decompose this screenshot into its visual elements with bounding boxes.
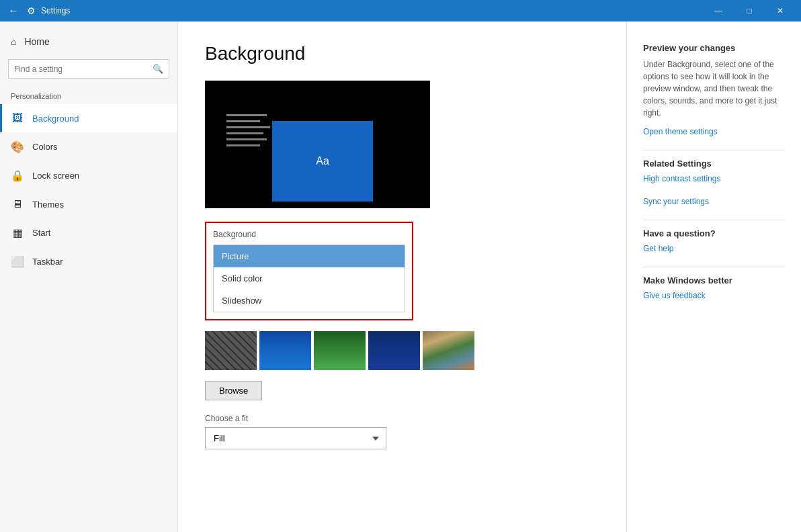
sync-settings-link[interactable]: Sync your settings [643, 197, 785, 206]
maximize-button[interactable]: □ [734, 0, 765, 21]
windows-better-title: Make Windows better [643, 275, 785, 285]
preview-inner-window: Aa [272, 121, 373, 202]
feedback-link[interactable]: Give us feedback [643, 291, 785, 300]
titlebar-title: Settings [41, 6, 698, 15]
preview-changes-text: Under Background, select one of the opti… [643, 58, 785, 119]
browse-button[interactable]: Browse [205, 381, 262, 400]
thumb-image-4 [368, 331, 420, 370]
preview-line-3 [226, 126, 270, 128]
sidebar-item-taskbar[interactable]: ⬜ Taskbar [0, 247, 177, 276]
fit-dropdown[interactable]: Fill Fit Stretch Tile Center Span [205, 427, 386, 449]
preview-line-2 [226, 120, 260, 122]
sidebar-item-label-lock-screen: Lock screen [32, 171, 79, 181]
colors-icon: 🎨 [11, 140, 24, 153]
preview-line-4 [226, 132, 263, 134]
main-content: Background Aa Background Picture Solid c… [178, 21, 626, 532]
sidebar-item-label-colors: Colors [32, 142, 58, 152]
sidebar-item-lock-screen[interactable]: 🔒 Lock screen [0, 161, 177, 190]
sidebar-home[interactable]: ⌂ Home [0, 30, 177, 54]
preview-line-6 [226, 144, 260, 146]
wallpaper-thumb-2[interactable] [259, 331, 311, 370]
page-title: Background [205, 43, 599, 64]
wallpaper-thumbnails [205, 331, 599, 370]
search-box: 🔍 [8, 59, 169, 79]
search-button[interactable]: 🔍 [147, 60, 169, 78]
wallpaper-thumb-4[interactable] [368, 331, 420, 370]
preview-line-5 [226, 138, 267, 140]
wallpaper-thumb-1[interactable] [205, 331, 257, 370]
sidebar-item-themes[interactable]: 🖥 Themes [0, 190, 177, 218]
divider-3 [643, 267, 785, 267]
divider-2 [643, 220, 785, 220]
start-icon: ▦ [11, 226, 24, 239]
wallpaper-thumb-3[interactable] [314, 331, 366, 370]
window-controls: — □ ✕ [703, 0, 796, 21]
wallpaper-thumb-5[interactable] [423, 331, 474, 370]
question-title: Have a question? [643, 228, 785, 238]
related-settings-title: Related Settings [643, 159, 785, 169]
divider-1 [643, 150, 785, 150]
sidebar-item-label-themes: Themes [32, 200, 64, 210]
app-icon: ⚙ [27, 5, 36, 16]
dropdown-section-label: Background [213, 230, 405, 239]
sidebar-item-colors[interactable]: 🎨 Colors [0, 132, 177, 161]
back-button[interactable]: ← [5, 3, 22, 19]
choose-fit-label: Choose a fit [205, 414, 599, 423]
lock-screen-icon: 🔒 [11, 169, 24, 182]
minimize-button[interactable]: — [703, 0, 734, 21]
sidebar-item-start[interactable]: ▦ Start [0, 218, 177, 247]
preview-line-1 [226, 114, 267, 116]
preview-window: Aa [205, 81, 430, 208]
sidebar-item-label-taskbar: Taskbar [32, 257, 63, 267]
preview-lines [226, 114, 270, 146]
dropdown-option-solid[interactable]: Solid color [214, 267, 405, 290]
thumb-image-1 [205, 331, 257, 370]
sidebar-item-background[interactable]: 🖼 Background [0, 104, 177, 132]
themes-icon: 🖥 [11, 198, 24, 210]
high-contrast-settings-link[interactable]: High contrast settings [643, 174, 785, 183]
thumb-image-5 [423, 331, 474, 370]
sidebar: ⌂ Home 🔍 Personalization 🖼 Background 🎨 … [0, 21, 178, 532]
app-body: ⌂ Home 🔍 Personalization 🖼 Background 🎨 … [0, 21, 801, 532]
sidebar-item-label-start: Start [32, 228, 50, 238]
background-icon: 🖼 [11, 112, 24, 124]
background-dropdown-container: Background Picture Solid color Slideshow [205, 222, 413, 320]
thumb-image-2 [259, 331, 311, 370]
thumb-image-3 [314, 331, 366, 370]
sidebar-item-label-background: Background [32, 114, 79, 124]
dropdown-list: Picture Solid color Slideshow [213, 245, 405, 312]
get-help-link[interactable]: Get help [643, 244, 785, 253]
search-input[interactable] [9, 60, 147, 78]
home-icon: ⌂ [11, 36, 16, 47]
titlebar: ← ⚙ Settings — □ ✕ [0, 0, 801, 21]
preview-label: Aa [316, 155, 329, 167]
close-button[interactable]: ✕ [765, 0, 796, 21]
dropdown-option-picture[interactable]: Picture [214, 245, 405, 267]
preview-changes-title: Preview your changes [643, 43, 785, 53]
dropdown-option-slideshow[interactable]: Slideshow [214, 290, 405, 312]
taskbar-icon: ⬜ [11, 255, 24, 268]
right-panel: Preview your changes Under Background, s… [626, 21, 801, 532]
home-label: Home [24, 36, 49, 47]
sidebar-section-label: Personalization [0, 84, 177, 104]
open-theme-settings-link[interactable]: Open theme settings [643, 127, 785, 136]
